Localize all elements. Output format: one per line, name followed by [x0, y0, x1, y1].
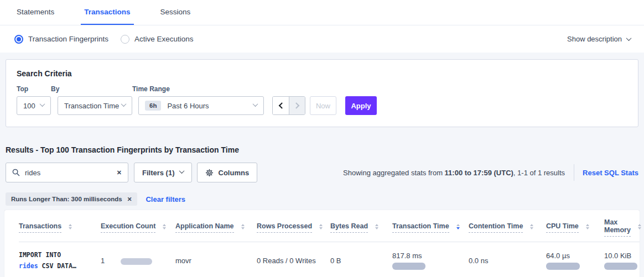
time-range-label: Time Range [132, 85, 264, 93]
chevron-down-icon [40, 101, 45, 107]
search-criteria-title: Search Criteria [17, 69, 627, 78]
cell-contention-time: 0.0 ns [469, 242, 546, 277]
top-select[interactable]: 100 [17, 96, 51, 115]
chevron-down-icon [121, 101, 127, 107]
top-field: Top 100 [17, 85, 51, 115]
radio-selected-icon [14, 35, 23, 44]
time-nav-arrows [272, 96, 305, 115]
table-header-row: Transactions Execution Count Application… [19, 210, 640, 242]
sort-icon[interactable] [241, 224, 245, 230]
radio-unselected-icon [121, 35, 129, 44]
columns-button[interactable]: Columns [197, 163, 258, 182]
time-prev-button[interactable] [273, 97, 289, 114]
summary-time-range: 11:00 to 17:59 (UTC) [445, 169, 513, 177]
cell-cpu-time: 64.0 µs [546, 242, 604, 277]
time-next-button[interactable] [289, 97, 305, 114]
by-label: By [51, 85, 132, 93]
active-filters-row: Runs Longer Than: 300 milliseconds ✕ Cle… [6, 192, 638, 206]
page-tabs: Statements Transactions Sessions [0, 0, 644, 25]
tab-statements[interactable]: Statements [13, 0, 58, 25]
top-select-value: 100 [23, 102, 35, 110]
radio-active-executions[interactable]: Active Executions [121, 35, 194, 44]
chevron-left-icon [278, 102, 284, 108]
tab-transactions[interactable]: Transactions [81, 0, 133, 25]
chevron-down-icon [253, 101, 258, 107]
column-header-contention-time[interactable]: Contention Time [469, 210, 546, 242]
cpu-time-bar [546, 263, 580, 270]
results-table-card: Transactions Execution Count Application… [4, 210, 640, 277]
column-header-application-name[interactable]: Application Name [175, 210, 257, 242]
filter-chip: Runs Longer Than: 300 milliseconds ✕ [6, 192, 137, 206]
time-range-value: Past 6 Hours [167, 102, 209, 110]
column-header-cpu-time[interactable]: CPU Time [546, 210, 604, 242]
cell-execution-count: 1 [101, 242, 175, 277]
table-row: IMPORT INTO rides CSV DATA… 1 movr 0 Rea… [19, 242, 640, 277]
filter-chip-label: Runs Longer Than: 300 milliseconds [11, 196, 122, 202]
sort-icon[interactable] [530, 224, 533, 230]
top-label: Top [17, 85, 51, 93]
vertical-divider [574, 164, 574, 181]
search-criteria-form: Top 100 By Transaction Time Time Range 6… [17, 85, 627, 115]
sort-icon-active-desc[interactable] [456, 224, 460, 230]
time-range-badge: 6h [145, 101, 161, 111]
chevron-down-icon [626, 35, 632, 41]
results-search-box: ✕ [6, 163, 128, 182]
apply-button[interactable]: Apply [345, 96, 377, 115]
radio-label: Transaction Fingerprints [28, 35, 108, 43]
column-header-bytes-read[interactable]: Bytes Read [330, 210, 392, 242]
results-heading: Results - Top 100 Transaction Fingerprin… [6, 145, 638, 154]
column-header-rows-processed[interactable]: Rows Processed [257, 210, 330, 242]
sort-icon[interactable] [163, 224, 166, 230]
show-description-toggle[interactable]: Show description [567, 35, 631, 43]
sort-icon[interactable] [638, 224, 641, 230]
sort-icon[interactable] [375, 224, 378, 230]
summary-text: Showing aggregated stats from [343, 169, 445, 177]
cell-application-name: movr [175, 242, 257, 277]
sort-icon[interactable] [69, 224, 72, 230]
clear-search-icon[interactable]: ✕ [117, 169, 122, 176]
show-description-label: Show description [567, 35, 622, 43]
cell-transaction-time: 817.8 ms [392, 242, 469, 277]
search-term-highlight[interactable]: rides [19, 262, 38, 270]
stats-summary: Showing aggregated stats from 11:00 to 1… [343, 164, 638, 181]
cell-max-memory: 10.0 KiB [604, 242, 640, 277]
transaction-fingerprint-link[interactable]: IMPORT INTO rides CSV DATA… [19, 249, 101, 271]
time-range-select[interactable]: 6h Past 6 Hours [138, 96, 264, 115]
tab-sessions[interactable]: Sessions [157, 0, 194, 25]
by-field: By Transaction Time [51, 85, 132, 115]
radio-label: Active Executions [134, 35, 194, 43]
column-header-transaction-time[interactable]: Transaction Time [392, 210, 469, 242]
search-input[interactable] [25, 169, 117, 177]
transaction-time-bar [392, 263, 425, 270]
sort-icon[interactable] [586, 224, 589, 230]
chevron-right-icon [293, 102, 299, 108]
view-toggle-bar: Transaction Fingerprints Active Executio… [0, 25, 644, 53]
columns-label: Columns [219, 169, 250, 177]
remove-filter-icon[interactable]: ✕ [127, 196, 132, 202]
chevron-down-icon [179, 168, 184, 174]
column-header-transactions[interactable]: Transactions [19, 210, 101, 242]
radio-transaction-fingerprints[interactable]: Transaction Fingerprints [14, 35, 108, 44]
execution-count-bar [121, 258, 152, 265]
time-range-field: Time Range 6h Past 6 Hours [132, 85, 264, 115]
column-header-max-memory[interactable]: Max Memory [604, 210, 640, 242]
clear-filters-link[interactable]: Clear filters [146, 195, 185, 203]
max-memory-bar [604, 263, 637, 270]
sort-icon[interactable] [319, 224, 323, 230]
filters-button[interactable]: Filters (1) [134, 163, 192, 182]
column-header-execution-count[interactable]: Execution Count [101, 210, 175, 242]
by-select[interactable]: Transaction Time [58, 96, 132, 115]
by-select-value: Transaction Time [64, 102, 119, 110]
search-criteria-card: Search Criteria Top 100 By Transaction T… [6, 59, 638, 127]
search-icon [12, 169, 20, 176]
summary-count: , 1-1 of 1 results [513, 169, 565, 177]
results-controls: ✕ Filters (1) Columns Showing aggregated… [6, 163, 638, 182]
now-button[interactable]: Now [310, 96, 336, 115]
cell-bytes-read: 0 B [330, 242, 392, 277]
gear-icon [205, 169, 214, 177]
filters-label: Filters (1) [142, 169, 175, 177]
reset-sql-stats-link[interactable]: Reset SQL Stats [583, 169, 638, 177]
cell-rows-processed: 0 Reads / 0 Writes [257, 242, 330, 277]
cell-transaction: IMPORT INTO rides CSV DATA… [19, 242, 101, 277]
results-table: Transactions Execution Count Application… [19, 210, 640, 277]
